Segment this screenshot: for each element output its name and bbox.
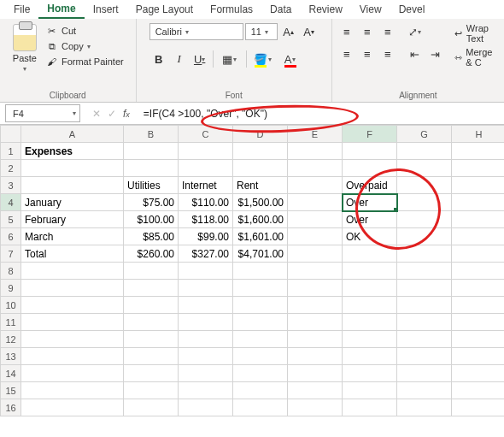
cell-F1[interactable] bbox=[343, 143, 397, 160]
cell-H2[interactable] bbox=[452, 160, 505, 177]
menu-developer[interactable]: Devel bbox=[390, 1, 434, 18]
cell-D3[interactable]: Rent bbox=[233, 177, 288, 194]
col-head-A[interactable]: A bbox=[21, 126, 124, 143]
row-head-5[interactable]: 5 bbox=[1, 211, 21, 228]
cell-B3[interactable]: Utilities bbox=[124, 177, 179, 194]
borders-button[interactable]: ▦▾ bbox=[217, 50, 243, 68]
row-head-2[interactable]: 2 bbox=[1, 160, 21, 177]
cell-B2[interactable] bbox=[124, 160, 179, 177]
increase-font-button[interactable]: A▴ bbox=[279, 22, 298, 41]
cell-B4[interactable]: $75.00 bbox=[124, 194, 179, 211]
align-bottom-button[interactable]: ≡ bbox=[378, 22, 397, 41]
col-head-C[interactable]: C bbox=[179, 126, 233, 143]
cell-E5[interactable] bbox=[288, 211, 343, 228]
wrap-text-button[interactable]: ↩ Wrap Text bbox=[452, 22, 499, 44]
cell-E3[interactable] bbox=[288, 177, 343, 194]
row-head-14[interactable]: 14 bbox=[1, 365, 21, 382]
cell-A3[interactable] bbox=[21, 177, 124, 194]
cell-H5[interactable] bbox=[452, 211, 505, 228]
cut-button[interactable]: ✂ Cut bbox=[44, 24, 126, 38]
cell-C4[interactable]: $110.00 bbox=[179, 194, 233, 211]
cell-H6[interactable] bbox=[452, 228, 505, 245]
name-box[interactable]: F4 ▾ bbox=[5, 104, 80, 122]
cell-F6[interactable]: OK bbox=[343, 228, 397, 245]
format-painter-button[interactable]: 🖌 Format Painter bbox=[44, 55, 126, 68]
italic-button[interactable]: I bbox=[170, 50, 189, 68]
menu-home[interactable]: Home bbox=[38, 0, 84, 19]
menu-data[interactable]: Data bbox=[261, 1, 300, 18]
row-head-9[interactable]: 9 bbox=[1, 280, 21, 297]
cell-E4[interactable] bbox=[288, 194, 343, 211]
cell-A7[interactable]: Total bbox=[21, 245, 124, 263]
cell-B1[interactable] bbox=[124, 143, 179, 160]
col-head-F[interactable]: F bbox=[343, 126, 397, 143]
cell-G3[interactable] bbox=[397, 177, 452, 194]
cell-E6[interactable] bbox=[288, 228, 343, 245]
row-head-10[interactable]: 10 bbox=[1, 297, 21, 314]
cell-C2[interactable] bbox=[179, 160, 233, 177]
menu-review[interactable]: Review bbox=[300, 1, 350, 18]
cell-F2[interactable] bbox=[343, 160, 397, 177]
cell-G4[interactable] bbox=[397, 194, 452, 211]
col-head-E[interactable]: E bbox=[288, 126, 343, 143]
menu-page-layout[interactable]: Page Layout bbox=[127, 1, 202, 18]
cell-C6[interactable]: $99.00 bbox=[179, 228, 233, 245]
formula-input[interactable] bbox=[138, 103, 504, 124]
cell-D7[interactable]: $4,701.00 bbox=[233, 245, 288, 263]
align-right-button[interactable]: ≡ bbox=[378, 44, 397, 63]
cell-A6[interactable]: March bbox=[21, 228, 124, 245]
cell-A4[interactable]: January bbox=[21, 194, 124, 211]
row-head-16[interactable]: 16 bbox=[1, 399, 21, 416]
cell-G7[interactable] bbox=[397, 245, 452, 263]
cell-A5[interactable]: February bbox=[21, 211, 124, 228]
row-head-11[interactable]: 11 bbox=[1, 314, 21, 331]
cell-F3[interactable]: Overpaid bbox=[343, 177, 397, 194]
cell-D1[interactable] bbox=[233, 143, 288, 160]
cell-F5[interactable]: Over bbox=[343, 211, 397, 228]
font-name-select[interactable]: Calibri ▾ bbox=[149, 23, 243, 40]
cell-B6[interactable]: $85.00 bbox=[124, 228, 179, 245]
cell-B5[interactable]: $100.00 bbox=[124, 211, 179, 228]
menu-insert[interactable]: Insert bbox=[85, 1, 127, 18]
orientation-button[interactable]: ⤢▾ bbox=[406, 22, 425, 41]
row-head-13[interactable]: 13 bbox=[1, 348, 21, 365]
cell-D5[interactable]: $1,600.00 bbox=[233, 211, 288, 228]
row-head-1[interactable]: 1 bbox=[1, 143, 21, 160]
col-head-G[interactable]: G bbox=[397, 126, 452, 143]
font-size-select[interactable]: 11 ▾ bbox=[245, 23, 278, 40]
cell-G2[interactable] bbox=[397, 160, 452, 177]
fx-icon[interactable]: fx bbox=[123, 108, 130, 120]
cell-B7[interactable]: $260.00 bbox=[124, 245, 179, 263]
worksheet[interactable]: A B C D E F G H 1 Expenses 2 bbox=[0, 125, 504, 416]
menu-view[interactable]: View bbox=[351, 1, 390, 18]
cell-F4[interactable]: Over bbox=[343, 194, 397, 211]
col-head-D[interactable]: D bbox=[233, 126, 288, 143]
col-head-B[interactable]: B bbox=[124, 126, 179, 143]
increase-indent-button[interactable]: ⇥ bbox=[426, 44, 445, 63]
cancel-icon[interactable]: ✕ bbox=[92, 108, 101, 120]
cell-D4[interactable]: $1,500.00 bbox=[233, 194, 288, 211]
cell-G1[interactable] bbox=[397, 143, 452, 160]
cell-C3[interactable]: Internet bbox=[179, 177, 233, 194]
cell-D6[interactable]: $1,601.00 bbox=[233, 228, 288, 245]
cell-G6[interactable] bbox=[397, 228, 452, 245]
decrease-indent-button[interactable]: ⇤ bbox=[406, 44, 425, 63]
align-left-button[interactable]: ≡ bbox=[337, 44, 356, 63]
cell-G5[interactable] bbox=[397, 211, 452, 228]
row-head-4[interactable]: 4 bbox=[1, 194, 21, 211]
menu-file[interactable]: File bbox=[5, 1, 38, 18]
cell-C5[interactable]: $118.00 bbox=[179, 211, 233, 228]
bold-button[interactable]: B bbox=[149, 50, 168, 68]
underline-button[interactable]: U▾ bbox=[190, 50, 209, 68]
cell-C7[interactable]: $327.00 bbox=[179, 245, 233, 263]
paste-button[interactable]: Paste ▾ bbox=[9, 22, 40, 74]
cell-C1[interactable] bbox=[179, 143, 233, 160]
cell-E2[interactable] bbox=[288, 160, 343, 177]
align-center-button[interactable]: ≡ bbox=[358, 44, 377, 63]
row-head-7[interactable]: 7 bbox=[1, 245, 21, 263]
select-all-cell[interactable] bbox=[1, 126, 21, 143]
menu-formulas[interactable]: Formulas bbox=[202, 1, 261, 18]
cell-H4[interactable] bbox=[452, 194, 505, 211]
col-head-H[interactable]: H bbox=[452, 126, 505, 143]
row-head-15[interactable]: 15 bbox=[1, 382, 21, 399]
